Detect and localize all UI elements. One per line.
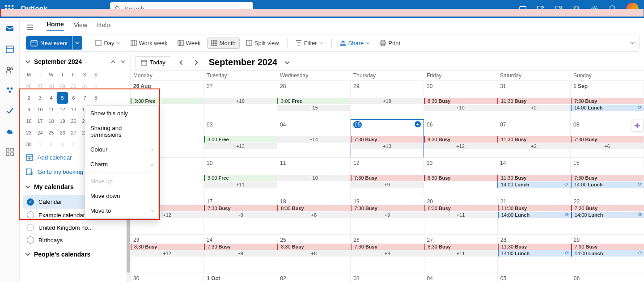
- prev-month-icon[interactable]: [110, 59, 116, 64]
- calendar-day[interactable]: 297:30 Busy14:00 Lunch: [571, 235, 644, 273]
- prev-period-icon[interactable]: [176, 58, 186, 67]
- more-events[interactable]: +12: [131, 250, 203, 257]
- calendar-event[interactable]: 7:30 Busy: [351, 175, 424, 181]
- mini-cal-day[interactable]: 1: [34, 139, 46, 150]
- calendar-event[interactable]: 7:30 Busy: [204, 244, 277, 250]
- hamburger-icon[interactable]: [26, 23, 34, 31]
- view-day-button[interactable]: Day: [92, 38, 124, 48]
- calendar-day[interactable]: 30: [131, 273, 204, 282]
- ribbon-collapse-icon[interactable]: [628, 39, 636, 47]
- ctx-move-to[interactable]: Move to›: [85, 203, 158, 218]
- tab-home[interactable]: Home: [47, 21, 64, 31]
- calendar-day[interactable]: 04+14: [277, 119, 351, 157]
- calendar-day[interactable]: 308:30 Busy+19: [424, 81, 497, 119]
- mini-cal-day[interactable]: 26: [57, 127, 68, 139]
- today-button[interactable]: Today: [135, 56, 171, 68]
- calendar-event[interactable]: 3:00 Free: [277, 98, 350, 104]
- more-events[interactable]: +16: [204, 98, 277, 104]
- mini-cal-day[interactable]: 30: [68, 80, 79, 92]
- mini-cal-day[interactable]: 20: [68, 115, 79, 127]
- more-events[interactable]: +12: [424, 143, 497, 149]
- mini-cal-day[interactable]: 11: [46, 104, 57, 115]
- mini-cal-day[interactable]: 28: [46, 80, 57, 92]
- copilot-badge-icon[interactable]: [631, 120, 643, 131]
- calendar-day[interactable]: 05+7:30 Busy+13: [351, 119, 424, 157]
- more-events[interactable]: +9: [351, 212, 424, 218]
- calendar-day[interactable]: 03: [351, 273, 424, 282]
- more-events[interactable]: +8: [277, 212, 350, 218]
- calendar-event[interactable]: 8:30 Busy: [277, 244, 350, 250]
- calendar-day[interactable]: 227:30 Busy14:00 Lunch: [571, 196, 644, 234]
- calendar-event[interactable]: 8:30 Busy: [424, 136, 497, 143]
- calendar-event[interactable]: 7:30 Busy: [571, 244, 644, 250]
- calendar-day[interactable]: 283:00 Free+15: [277, 81, 351, 119]
- mini-cal-day[interactable]: 8: [90, 92, 102, 104]
- mini-cal-day[interactable]: 2: [46, 139, 57, 150]
- calendar-day[interactable]: 188:30 Busy+8: [277, 196, 351, 234]
- calendar-item[interactable]: Birthdays: [23, 234, 127, 246]
- calendar-event[interactable]: 3:00 Free: [204, 136, 277, 143]
- more-events[interactable]: +10: [277, 175, 350, 181]
- calendar-event[interactable]: 7:30 Busy: [571, 98, 644, 104]
- ctx-show-only[interactable]: Show this only: [85, 106, 158, 121]
- calendar-event[interactable]: 14:00 Lunch: [497, 181, 570, 188]
- chevron-down-icon[interactable]: [25, 59, 30, 64]
- mini-cal-day[interactable]: 5: [57, 92, 68, 104]
- calendar-event[interactable]: 11:30 Busy: [497, 98, 570, 104]
- mini-cal-day[interactable]: 27: [68, 127, 79, 139]
- calendar-day[interactable]: 29+18: [351, 81, 424, 119]
- calendar-day[interactable]: 04: [424, 273, 498, 282]
- mini-cal-day[interactable]: 17: [34, 115, 46, 127]
- sidebar-scrollbar[interactable]: [127, 210, 130, 282]
- calendar-event[interactable]: 7:30 Busy: [351, 244, 424, 250]
- more-events[interactable]: +11: [424, 250, 497, 257]
- calendar-day[interactable]: 1 Oct: [204, 273, 277, 282]
- calendar-day[interactable]: 1411:30 Busy14:00 Lunch: [497, 158, 571, 196]
- calendar-day[interactable]: 11+10: [277, 158, 351, 196]
- calendar-event[interactable]: 14:00 Lunch: [571, 105, 644, 111]
- mini-cal-day[interactable]: 2: [23, 92, 34, 104]
- todo-icon[interactable]: [5, 106, 14, 115]
- mini-cal-day[interactable]: 23: [23, 127, 34, 139]
- view-workweek-button[interactable]: Work week: [127, 38, 171, 48]
- calendar-day[interactable]: 177:30 Busy+9: [204, 196, 277, 234]
- mini-cal-day[interactable]: 16: [23, 115, 34, 127]
- more-events[interactable]: +13: [351, 143, 424, 149]
- view-month-button[interactable]: Month: [207, 38, 240, 49]
- more-events[interactable]: +15: [277, 105, 350, 111]
- calendar-checkbox[interactable]: [27, 236, 34, 244]
- month-dropdown-icon[interactable]: [284, 60, 290, 65]
- calendar-day[interactable]: 3111:30 Busy+2: [497, 81, 571, 119]
- calendar-day[interactable]: 068:30 Busy+12: [424, 119, 497, 157]
- next-month-icon[interactable]: [120, 59, 126, 64]
- calendar-day[interactable]: 06: [571, 273, 644, 282]
- calendar-day[interactable]: 05: [498, 273, 571, 282]
- calendar-event[interactable]: 7:30 Busy: [571, 205, 644, 211]
- calendar-event[interactable]: 3:00 Free: [131, 98, 203, 104]
- tab-view[interactable]: View: [74, 21, 87, 31]
- more-events[interactable]: +9: [204, 250, 277, 257]
- calendar-checkbox[interactable]: [27, 224, 34, 231]
- more-events[interactable]: +11: [204, 181, 277, 188]
- mini-cal-day[interactable]: 19: [57, 115, 68, 127]
- calendar-event[interactable]: 7:30 Busy: [351, 205, 424, 211]
- ctx-colour[interactable]: Colour›: [85, 142, 158, 157]
- calendar-event[interactable]: 8:30 Busy: [424, 98, 497, 104]
- mini-cal-day[interactable]: 3: [34, 92, 46, 104]
- mini-cal-day[interactable]: 1: [90, 80, 102, 92]
- mini-cal-day[interactable]: 4: [68, 139, 79, 150]
- view-week-button[interactable]: Week: [174, 38, 204, 48]
- calendar-day[interactable]: 2111:30 Busy14:00 Lunch: [498, 196, 571, 234]
- calendar-day[interactable]: 247:30 Busy+9: [204, 235, 277, 273]
- mini-cal-day[interactable]: 27: [34, 80, 46, 92]
- more-events[interactable]: +18: [351, 98, 424, 104]
- quick-add-icon[interactable]: +: [415, 121, 421, 127]
- ctx-move-down[interactable]: Move down: [85, 189, 158, 203]
- onedrive-icon[interactable]: [5, 127, 14, 136]
- share-button[interactable]: Share: [336, 38, 374, 48]
- more-events[interactable]: +9: [204, 212, 277, 218]
- more-events[interactable]: +2: [497, 105, 570, 111]
- mini-cal-day[interactable]: 7: [79, 92, 90, 104]
- calendar-day[interactable]: 258:30 Busy+8: [277, 235, 351, 273]
- mini-cal-day[interactable]: 25: [46, 127, 57, 139]
